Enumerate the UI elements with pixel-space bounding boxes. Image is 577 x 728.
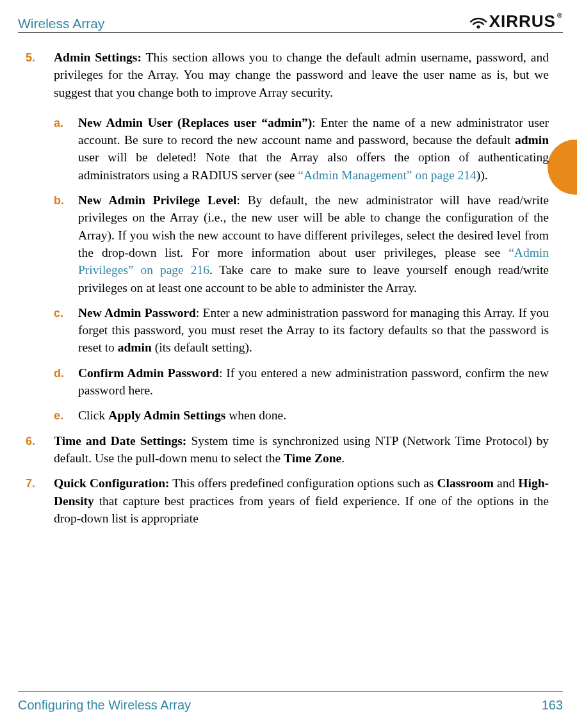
- list-item: 6. Time and Date Settings: System time i…: [26, 432, 549, 467]
- sub-body: Confirm Admin Password: If you entered a…: [78, 364, 549, 400]
- sub-item: e. Click Apply Admin Settings when done.: [26, 407, 549, 424]
- sub-body: New Admin Privilege Level: By default, t…: [78, 191, 549, 296]
- item-body: Time and Date Settings: System time is s…: [54, 432, 549, 467]
- sub-body: New Admin User (Replaces user “admin”): …: [78, 114, 549, 184]
- section-tab: [548, 140, 577, 195]
- registered-icon: ®: [557, 12, 563, 19]
- page-footer: Configuring the Wireless Array 163: [18, 698, 563, 713]
- sub-text: Click: [78, 408, 108, 422]
- wifi-icon: [469, 13, 488, 30]
- item-lead-bold: Admin Settings:: [54, 51, 142, 64]
- item-body: Quick Configuration: This offers predefi…: [54, 474, 549, 527]
- page-number: 163: [542, 698, 563, 713]
- page-header: Wireless Array XIRRUS ®: [18, 12, 563, 31]
- item-lead-bold: Time and Date Settings:: [54, 434, 186, 448]
- sub-item: c. New Admin Password: Enter a new admin…: [26, 304, 549, 357]
- item-body: Admin Settings: This section allows you …: [54, 49, 549, 101]
- sub-item: d. Confirm Admin Password: If you entere…: [26, 364, 549, 400]
- sub-bold: Apply Admin Settings: [108, 408, 225, 422]
- sub-title: New Admin Password: [78, 306, 196, 320]
- header-title: Wireless Array: [18, 16, 104, 31]
- item-number: 6.: [26, 432, 54, 467]
- sub-letter: e.: [54, 407, 78, 424]
- footer-rule: [18, 692, 563, 692]
- item-text: .: [341, 451, 345, 465]
- header-rule: [18, 32, 563, 33]
- sub-title: New Admin Privilege Level: [78, 193, 237, 207]
- item-number: 5.: [26, 49, 54, 110]
- svg-point-0: [476, 25, 480, 28]
- sub-bold: admin: [515, 133, 549, 147]
- sub-title: Confirm Admin Password: [78, 366, 219, 380]
- item-text: and: [494, 476, 518, 490]
- sub-bold: admin: [118, 341, 152, 354]
- page-body: 5. Admin Settings: This section allows y…: [26, 46, 549, 673]
- sub-item: b. New Admin Privilege Level: By default…: [26, 191, 549, 296]
- sub-body: Click Apply Admin Settings when done.: [78, 407, 549, 424]
- list-item: 5. Admin Settings: This section allows y…: [26, 49, 549, 110]
- item-bold: Classroom: [437, 476, 494, 490]
- footer-section: Configuring the Wireless Array: [18, 698, 191, 713]
- item-text: that capture best practices from years o…: [54, 494, 549, 525]
- item-lead-bold: Quick Configuration:: [54, 476, 170, 490]
- sub-title: New Admin User (Replaces user “admin”): [78, 116, 312, 129]
- sub-body: New Admin Password: Enter a new administ…: [78, 304, 549, 357]
- item-bold: Time Zone: [284, 451, 341, 465]
- page: Wireless Array XIRRUS ® 5. Admin Setting…: [0, 0, 577, 728]
- sub-text: )).: [476, 168, 488, 182]
- item-number: 7.: [26, 474, 54, 527]
- sub-text: when done.: [225, 408, 286, 422]
- brand-text: XIRRUS: [489, 12, 556, 31]
- item-text: This offers predefined configuration opt…: [170, 476, 437, 490]
- sub-letter: c.: [54, 304, 78, 357]
- sub-letter: d.: [54, 364, 78, 400]
- brand-logo: XIRRUS ®: [469, 12, 563, 31]
- cross-ref-link[interactable]: “Admin Management” on page 214: [298, 168, 476, 182]
- list-item: 7. Quick Configuration: This offers pred…: [26, 474, 549, 527]
- sub-letter: a.: [54, 114, 78, 184]
- sub-text: (its default setting).: [152, 341, 252, 354]
- sub-item: a. New Admin User (Replaces user “admin”…: [26, 114, 549, 184]
- sub-letter: b.: [54, 191, 78, 296]
